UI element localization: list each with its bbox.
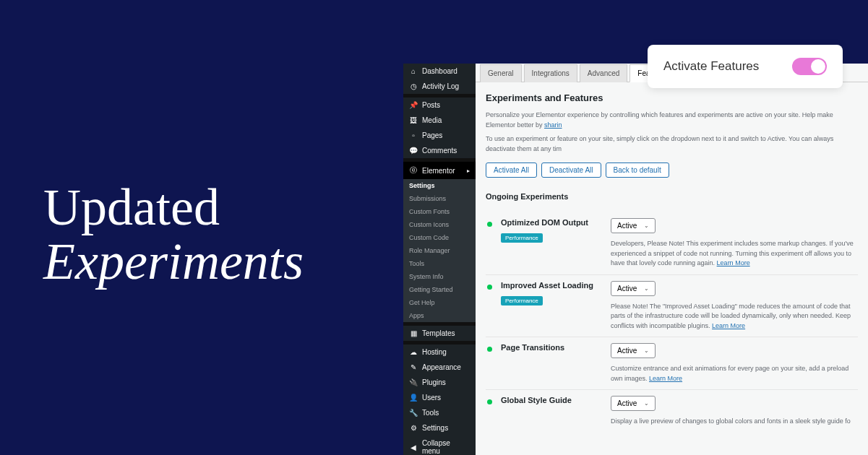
experiment-controls: Active⌄ Developers, Please Note! This ex… <box>611 218 858 269</box>
tab-general[interactable]: General <box>480 64 522 82</box>
templates-icon: ▦ <box>409 329 418 337</box>
experiment-meta: Global Style Guide <box>501 396 602 427</box>
sidebar-item-hosting[interactable]: ☁Hosting <box>403 344 476 360</box>
media-icon: 🖼 <box>409 116 418 124</box>
sidebar-label: Templates <box>422 329 455 337</box>
collapse-icon: ◀ <box>409 443 418 451</box>
user-icon: 👤 <box>409 394 418 402</box>
sidebar-item-users[interactable]: 👤Users <box>403 390 476 405</box>
sidebar-label: Collapse menu <box>422 439 470 455</box>
status-dot-active <box>487 222 492 227</box>
sidebar-label: Dashboard <box>422 67 457 75</box>
subitem-customicons[interactable]: Custom Icons <box>403 218 476 231</box>
main-content: Experiments and Features Personalize you… <box>476 82 868 443</box>
sidebar-item-comments[interactable]: 💬Comments <box>403 143 476 158</box>
sidebar-item-templates[interactable]: ▦Templates <box>403 326 476 341</box>
experiment-controls: Active⌄ Customize entrance and exit anim… <box>611 343 858 384</box>
status-select[interactable]: Active⌄ <box>611 281 656 296</box>
hero-line2: Experiments <box>43 232 304 292</box>
comment-icon: 💬 <box>409 147 418 155</box>
chevron-down-icon: ⌄ <box>644 222 649 229</box>
chevron-down-icon: ⌄ <box>644 347 649 354</box>
experiment-title: Page Transitions <box>501 343 602 352</box>
content-area: General Integrations Advanced Features E… <box>476 64 868 455</box>
experiment-row: Optimized DOM Output Performance Active⌄… <box>486 212 858 269</box>
page-title: Experiments and Features <box>486 92 858 103</box>
sidebar-label: Settings <box>422 424 448 432</box>
activate-features-toast: Activate Features <box>648 45 843 88</box>
status-select[interactable]: Active⌄ <box>611 218 656 233</box>
sidebar-label: Elementor <box>422 167 455 175</box>
sidebar-label: Tools <box>422 409 439 417</box>
experiment-title: Global Style Guide <box>501 396 602 404</box>
subitem-gettingstarted[interactable]: Getting Started <box>403 283 476 296</box>
admin-panel: ⌂Dashboard ◷Activity Log 📌Posts 🖼Media ▫… <box>403 64 868 455</box>
experiment-desc: Customize entrance and exit animations f… <box>611 364 858 384</box>
experiment-row: Global Style Guide Active⌄ Display a liv… <box>486 389 858 427</box>
cloud-icon: ☁ <box>409 348 418 356</box>
sidebar-label: Plugins <box>422 378 446 386</box>
toast-label: Activate Features <box>663 59 759 74</box>
status-select[interactable]: Active⌄ <box>611 343 656 358</box>
action-buttons: Activate All Deactivate All Back to defa… <box>486 162 858 178</box>
learn-more-link[interactable]: Learn More <box>649 375 682 382</box>
back-default-button[interactable]: Back to default <box>606 162 669 178</box>
experiment-row: Improved Asset Loading Performance Activ… <box>486 274 858 332</box>
chevron-down-icon: ⌄ <box>644 400 649 407</box>
experiment-title: Optimized DOM Output <box>501 218 602 227</box>
sidebar-item-dashboard[interactable]: ⌂Dashboard <box>403 64 476 79</box>
pin-icon: 📌 <box>409 101 418 109</box>
tab-advanced[interactable]: Advanced <box>580 64 627 82</box>
subitem-gethelp[interactable]: Get Help <box>403 296 476 309</box>
activate-features-toggle[interactable] <box>792 58 827 75</box>
sidebar-item-pages[interactable]: ▫Pages <box>403 128 476 143</box>
sidebar-label: Comments <box>422 147 457 155</box>
learn-more-link[interactable]: Learn More <box>717 259 750 266</box>
learn-more-link[interactable]: Learn More <box>712 322 745 329</box>
subitem-tools[interactable]: Tools <box>403 257 476 270</box>
chevron-right-icon: ▸ <box>467 168 470 174</box>
subitem-apps[interactable]: Apps <box>403 309 476 322</box>
deactivate-all-button[interactable]: Deactivate All <box>541 162 601 178</box>
status-dot-active <box>487 285 492 290</box>
wrench-icon: 🔧 <box>409 409 418 417</box>
sidebar-item-tools[interactable]: 🔧Tools <box>403 405 476 420</box>
toggle-knob <box>811 59 825 74</box>
page-desc-1: Personalize your Elementor experience by… <box>486 110 858 130</box>
sidebar-item-elementor[interactable]: ⓔElementor▸ <box>403 162 476 179</box>
subitem-submissions[interactable]: Submissions <box>403 192 476 205</box>
activate-all-button[interactable]: Activate All <box>486 162 537 178</box>
sidebar-item-plugins[interactable]: 🔌Plugins <box>403 375 476 390</box>
sharing-link[interactable]: sharin <box>544 121 562 129</box>
performance-badge: Performance <box>501 233 543 243</box>
sidebar-item-activity[interactable]: ◷Activity Log <box>403 79 476 94</box>
experiment-meta: Improved Asset Loading Performance <box>501 281 602 332</box>
sidebar-item-posts[interactable]: 📌Posts <box>403 98 476 113</box>
experiment-row: Page Transitions Active⌄ Customize entra… <box>486 337 858 384</box>
status-select[interactable]: Active⌄ <box>611 396 656 411</box>
admin-sidebar: ⌂Dashboard ◷Activity Log 📌Posts 🖼Media ▫… <box>403 64 476 455</box>
subitem-customfonts[interactable]: Custom Fonts <box>403 205 476 218</box>
subitem-customcode[interactable]: Custom Code <box>403 231 476 244</box>
tab-integrations[interactable]: Integrations <box>524 64 577 82</box>
experiment-controls: Active⌄ Display a live preview of change… <box>611 396 858 427</box>
sidebar-item-appearance[interactable]: ✎Appearance <box>403 360 476 375</box>
elementor-icon: ⓔ <box>409 165 418 176</box>
sidebar-item-collapse[interactable]: ◀Collapse menu <box>403 436 476 455</box>
sidebar-label: Activity Log <box>422 82 459 90</box>
page-icon: ▫ <box>409 131 418 139</box>
experiment-title: Improved Asset Loading <box>501 281 602 290</box>
experiment-desc: Developers, Please Note! This experiment… <box>611 239 858 269</box>
sidebar-label: Media <box>422 116 442 124</box>
experiment-desc: Display a live preview of changes to glo… <box>611 417 858 427</box>
subitem-systeminfo[interactable]: System Info <box>403 270 476 283</box>
sidebar-item-media[interactable]: 🖼Media <box>403 113 476 128</box>
plug-icon: 🔌 <box>409 378 418 386</box>
sidebar-item-settings[interactable]: ⚙Settings <box>403 420 476 436</box>
subitem-rolemanager[interactable]: Role Manager <box>403 244 476 257</box>
status-dot-active <box>487 399 492 404</box>
subitem-settings[interactable]: Settings <box>403 179 476 192</box>
chevron-down-icon: ⌄ <box>644 285 649 292</box>
hero-line1: Updated <box>43 178 304 238</box>
experiment-meta: Optimized DOM Output Performance <box>501 218 602 269</box>
